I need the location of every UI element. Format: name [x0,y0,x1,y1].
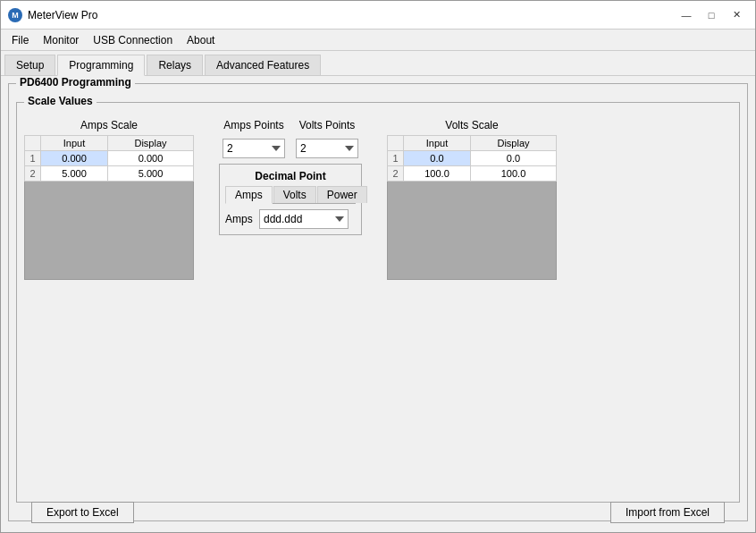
amps-row-2: 2 5.000 5.000 [25,166,194,182]
bottom-buttons: Export to Excel Import from Excel [24,502,732,523]
points-row: Amps Points 2 3 4 Volts Points [223,119,358,158]
main-layout: Amps Scale Input Display [24,119,732,495]
volts-scale-table: Input Display 1 0.0 0.0 [387,135,557,182]
volts-row2-display: 100.0 [471,166,557,182]
programming-group-title: PD6400 Programming [16,76,135,89]
import-button[interactable]: Import from Excel [610,502,725,523]
amps-scale-section: Amps Scale Input Display [24,119,194,280]
volts-row1-num: 1 [388,151,404,166]
decimal-amps-dropdown[interactable]: ddd.ddd dddd.dd dd.dddd [259,209,349,229]
decimal-tabs: Amps Volts Power [225,186,356,204]
amps-row2-display: 5.000 [108,166,194,182]
amps-points-dropdown[interactable]: 2 3 4 [223,139,285,158]
amps-row2-num: 2 [25,166,41,182]
window-title: MeterView Pro [28,9,97,21]
amps-col-display: Display [108,136,194,151]
amps-row2-input[interactable]: 5.000 [41,166,108,182]
amps-col-num [25,136,41,151]
minimize-button[interactable]: — [675,6,698,24]
maximize-button[interactable]: □ [700,6,723,24]
volts-row2-num: 2 [388,166,404,182]
middle-section: Amps Points 2 3 4 Volts Points [201,119,380,235]
amps-scale-table: Input Display 1 0.000 0.000 [24,135,194,182]
tab-relays[interactable]: Relays [147,55,203,75]
volts-points-col: Volts Points 2 3 4 [296,119,358,158]
amps-scale-label: Amps Scale [80,119,138,131]
decimal-point-title: Decimal Point [225,170,356,182]
title-bar: M MeterView Pro — □ ✕ [1,1,755,30]
scale-values-group: Scale Values Amps Scale Input D [16,102,740,503]
menu-usb[interactable]: USB Connection [86,32,180,48]
volts-scale-section: Volts Scale Input Display [387,119,557,280]
tab-advanced-features[interactable]: Advanced Features [205,55,321,75]
programming-group: PD6400 Programming Scale Values Amps Sca… [8,83,748,521]
main-window: M MeterView Pro — □ ✕ File Monitor USB C… [0,0,756,533]
amps-table-wrapper: Input Display 1 0.000 0.000 [24,135,194,280]
decimal-amps-label: Amps [225,213,254,225]
tab-bar: Setup Programming Relays Advanced Featur… [1,51,755,76]
volts-col-display: Display [471,136,557,151]
export-button[interactable]: Export to Excel [31,502,134,523]
amps-row1-input[interactable]: 0.000 [41,151,108,166]
volts-row1-display: 0.0 [471,151,557,166]
volts-gray-area [387,182,557,280]
amps-row-1: 1 0.000 0.000 [25,151,194,166]
title-bar-controls: — □ ✕ [675,6,748,24]
amps-row1-display: 0.000 [108,151,194,166]
volts-scale-label: Volts Scale [445,119,498,131]
volts-table-wrapper: Input Display 1 0.0 0.0 [387,135,557,280]
volts-col-input: Input [404,136,471,151]
scale-values-title: Scale Values [24,95,97,107]
volts-row2-input[interactable]: 100.0 [404,166,471,182]
tab-setup[interactable]: Setup [4,55,55,75]
decimal-tab-volts[interactable]: Volts [273,186,316,203]
volts-points-dropdown[interactable]: 2 3 4 [296,139,358,158]
menu-file[interactable]: File [4,32,36,48]
volts-row-2: 2 100.0 100.0 [388,166,557,182]
menu-bar: File Monitor USB Connection About [1,30,755,51]
amps-points-label: Amps Points [223,119,283,131]
title-bar-left: M MeterView Pro [8,8,97,22]
volts-points-label: Volts Points [299,119,356,131]
volts-row-1: 1 0.0 0.0 [388,151,557,166]
amps-points-col: Amps Points 2 3 4 [223,119,285,158]
amps-gray-area [24,182,194,280]
menu-monitor[interactable]: Monitor [36,32,86,48]
menu-about[interactable]: About [180,32,222,48]
decimal-tab-amps[interactable]: Amps [225,186,273,204]
volts-row1-input[interactable]: 0.0 [404,151,471,166]
amps-row1-num: 1 [25,151,41,166]
close-button[interactable]: ✕ [725,6,748,24]
decimal-row: Amps ddd.ddd dddd.dd dd.dddd [225,209,356,229]
tab-programming[interactable]: Programming [57,55,145,76]
decimal-tab-power[interactable]: Power [317,186,367,203]
amps-col-input: Input [41,136,108,151]
app-icon: M [8,8,22,22]
volts-col-num [388,136,404,151]
content-area: PD6400 Programming Scale Values Amps Sca… [1,76,755,532]
decimal-point-box: Decimal Point Amps Volts Power Amps ddd.… [219,164,362,235]
